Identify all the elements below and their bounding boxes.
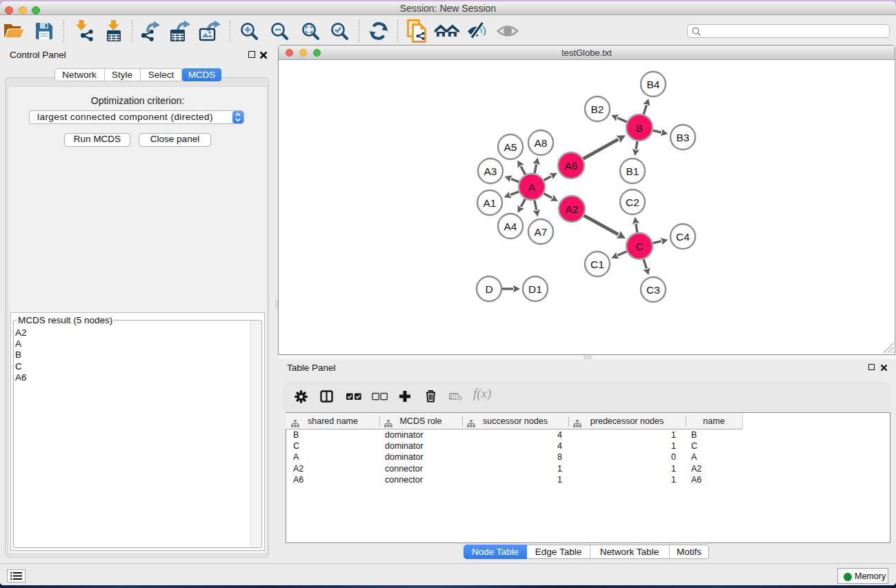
- svg-text:C4: C4: [676, 231, 690, 243]
- svg-text:B4: B4: [647, 79, 660, 90]
- svg-text:A5: A5: [504, 141, 517, 153]
- svg-text:A4: A4: [504, 221, 517, 232]
- svg-text:C2: C2: [626, 196, 639, 208]
- svg-text:A7: A7: [535, 226, 548, 238]
- svg-text:A8: A8: [535, 137, 548, 149]
- svg-text:B2: B2: [591, 103, 604, 115]
- svg-text:C1: C1: [590, 258, 604, 270]
- svg-text:D: D: [485, 283, 492, 295]
- svg-text:D1: D1: [528, 283, 542, 295]
- svg-text:A3: A3: [484, 165, 497, 177]
- svg-text:C3: C3: [646, 284, 660, 296]
- svg-text:A2: A2: [566, 203, 579, 215]
- svg-text:A1: A1: [484, 197, 497, 209]
- svg-text:C: C: [635, 241, 643, 252]
- svg-text:B3: B3: [677, 132, 690, 143]
- svg-text:A6: A6: [565, 160, 578, 172]
- svg-text:A: A: [528, 181, 536, 193]
- svg-text:B1: B1: [626, 165, 639, 177]
- svg-text:B: B: [636, 122, 643, 134]
